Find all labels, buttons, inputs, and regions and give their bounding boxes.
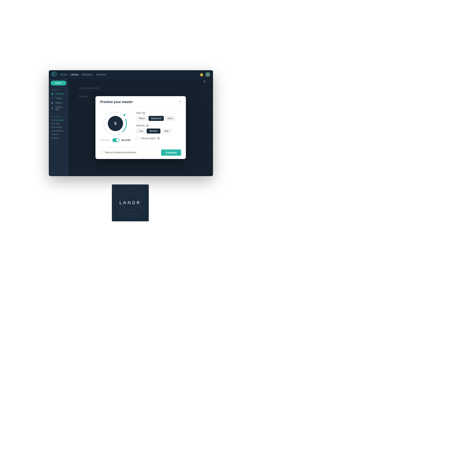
sidebar-item-label: Albums: [55, 102, 62, 104]
sidebar-project-new[interactable]: ⊕ New project: [49, 118, 68, 122]
nav-link-home[interactable]: Home: [60, 73, 67, 76]
save-preference-row: Save as mastering preference: [100, 151, 136, 154]
player-area: ⏸ ORIGINAL MASTER: [100, 112, 130, 142]
sidebar-item-all-tracks[interactable]: ▦ All tracks: [49, 91, 68, 96]
nav-logo: [52, 71, 57, 78]
style-help-icon[interactable]: ?: [142, 112, 145, 115]
master-button[interactable]: Master: [51, 81, 67, 85]
player-circle: ⏸: [103, 112, 127, 136]
volume-match-row: Volume match ?: [136, 137, 181, 140]
landr-logo: LANDR: [112, 185, 149, 221]
sidebar-project-club-country[interactable]: Club Country: [49, 125, 68, 129]
sidebar-item-shared-with[interactable]: ⇌ Shared with: [49, 105, 68, 112]
intensity-medium-button[interactable]: Medium: [147, 129, 160, 134]
modal-body: ⏸ ORIGINAL MASTER: [95, 107, 186, 147]
modal: Preview your master ×: [95, 96, 186, 159]
sidebar-item-label: Tracks: [55, 97, 62, 100]
sidebar: Master LIBRARY ▦ All tracks ♪ Tracks ◉ A…: [49, 79, 68, 176]
app-body: Master LIBRARY ▦ All tracks ♪ Tracks ◉ A…: [49, 79, 213, 176]
svg-point-1: [52, 73, 55, 75]
toggle-switch[interactable]: [112, 138, 119, 142]
pause-button[interactable]: ⏸: [108, 116, 123, 131]
intensity-high-button[interactable]: High: [161, 129, 171, 134]
intensity-label: Intensity ?: [136, 124, 181, 127]
toggle-row: ORIGINAL MASTER: [100, 138, 130, 142]
save-preference-checkbox[interactable]: [100, 151, 103, 154]
toggle-knob: [116, 139, 119, 142]
sidebar-item-label: Shared with: [55, 106, 66, 111]
main-content: 🔍 ≡ ♪ Beat Recognize Real December 9, 20…: [68, 79, 213, 176]
style-btn-group: Warm Balanced Open: [136, 116, 181, 121]
sidebar-project-pink-noise[interactable]: Pink Noise: [49, 122, 68, 125]
modal-title: Preview your master: [100, 100, 133, 104]
nav-link-samples[interactable]: Samples: [96, 73, 106, 76]
disc-icon: ◉: [51, 102, 54, 104]
app-window: Home Library Releases Samples 🔔 U Master…: [49, 70, 213, 176]
svg-point-0: [52, 72, 56, 76]
style-balanced-button[interactable]: Balanced: [149, 116, 164, 121]
style-open-button[interactable]: Open: [165, 116, 176, 121]
landr-logo-container: LANDR: [112, 185, 149, 221]
sidebar-item-tracks[interactable]: ♪ Tracks: [49, 96, 68, 101]
modal-overlay: Preview your master ×: [68, 79, 213, 176]
controls-area: Style ? Warm Balanced Open: [136, 112, 181, 142]
sidebar-project-cupertino[interactable]: Cupertino: [49, 136, 68, 140]
progress-dot: [123, 114, 125, 116]
intensity-help-icon[interactable]: ?: [146, 124, 149, 127]
landr-text: LANDR: [119, 200, 141, 205]
volume-match-label: Volume match: [141, 137, 156, 140]
save-preference-label: Save as mastering preference: [105, 151, 136, 154]
close-button[interactable]: ×: [179, 100, 181, 104]
continue-button[interactable]: Continue: [161, 150, 181, 156]
style-control: Style ? Warm Balanced Open: [136, 112, 181, 121]
avatar[interactable]: U: [205, 72, 210, 77]
style-label: Style ?: [136, 112, 181, 115]
sidebar-section-library: LIBRARY: [49, 88, 68, 91]
toggle-original-label: ORIGINAL: [100, 139, 110, 141]
sidebar-item-label: All tracks: [55, 93, 64, 95]
share-icon: ⇌: [51, 107, 54, 110]
sidebar-divider: [51, 113, 66, 113]
style-warm-button[interactable]: Warm: [136, 116, 148, 121]
nav-bar: Home Library Releases Samples 🔔 U: [49, 70, 213, 79]
nav-link-releases[interactable]: Releases: [82, 73, 93, 76]
plus-icon: ⊕: [51, 119, 53, 121]
sidebar-project-caverns[interactable]: Caverns: [49, 133, 68, 136]
intensity-btn-group: Low Medium High: [136, 129, 181, 134]
sidebar-item-albums[interactable]: ◉ Albums: [49, 101, 68, 105]
bell-icon[interactable]: 🔔: [200, 73, 204, 76]
pause-icon: ⏸: [113, 121, 118, 126]
modal-header: Preview your master ×: [95, 96, 186, 107]
intensity-low-button[interactable]: Low: [136, 129, 146, 134]
music-icon: ♪: [51, 97, 54, 100]
toggle-master-label: MASTER: [121, 139, 130, 141]
nav-link-library[interactable]: Library: [70, 73, 79, 76]
sidebar-project-cash-machine[interactable]: Cash Machine: [49, 129, 68, 133]
volume-match-help-icon[interactable]: ?: [157, 137, 160, 140]
sidebar-section-projects: PROJECTS: [49, 115, 68, 118]
chart-icon: ▦: [51, 92, 54, 95]
intensity-control: Intensity ? Low Medium High: [136, 124, 181, 134]
volume-match-checkbox[interactable]: [136, 137, 139, 140]
modal-footer: Save as mastering preference Continue: [95, 147, 186, 159]
